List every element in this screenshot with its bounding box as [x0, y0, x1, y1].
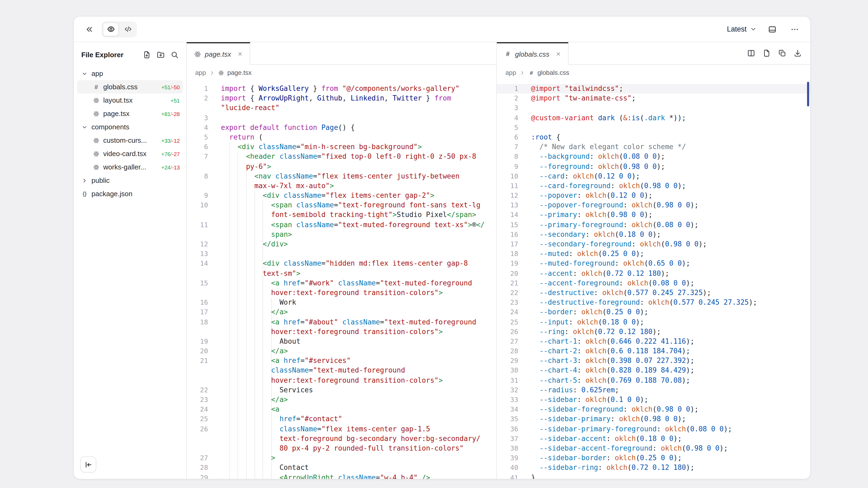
code-text	[518, 103, 531, 113]
toolbar-left	[81, 21, 137, 37]
search-files-button[interactable]	[170, 51, 179, 59]
code-line: 14 <div className="hidden md:flex items-…	[187, 259, 496, 269]
code-text: Contact	[208, 463, 309, 473]
breadcrumb-file[interactable]: page.tsx	[227, 69, 252, 76]
code-text: Work	[208, 298, 296, 307]
line-number: 5	[497, 123, 518, 133]
code-text: className="text-muted-foreground	[208, 366, 405, 376]
breadcrumb-file[interactable]: globals.css	[537, 69, 569, 76]
code-mode-button[interactable]	[120, 22, 136, 36]
folder-item-public[interactable]: public	[77, 174, 183, 187]
version-selector[interactable]: Latest	[726, 23, 758, 35]
tab-page-tsx[interactable]: page.tsx	[187, 42, 250, 65]
breadcrumb-app[interactable]: app	[195, 69, 206, 76]
code-text: /* New dark elegant color scheme */	[518, 142, 686, 152]
tab-label: globals.css	[515, 50, 550, 58]
download-file-button[interactable]	[794, 49, 802, 57]
line-number: 16	[497, 230, 518, 239]
code-line: hover:text-foreground transition-colors"…	[187, 327, 496, 336]
copy-icon	[778, 49, 786, 57]
close-tab-button[interactable]	[554, 50, 563, 58]
code-editor-page-tsx[interactable]: 1import { WorksGallery } from "@/compone…	[187, 81, 496, 479]
code-line: 4export default function Page() {	[187, 123, 496, 133]
react-icon	[194, 51, 201, 58]
file-item-video-card-tsx[interactable]: video-card.tsx+76/-27	[77, 147, 183, 160]
line-number: 2	[187, 94, 208, 103]
folder-closed-icon	[81, 177, 88, 184]
code-text: --chart-1: oklch(0.646 0.222 41.116);	[518, 337, 694, 346]
line-number: 22	[187, 385, 208, 395]
diff-badge: +24/-13	[158, 164, 180, 170]
folder-item-components[interactable]: components	[77, 120, 183, 134]
breadcrumb-app[interactable]: app	[505, 69, 516, 76]
code-text: --border: oklch(0.25 0 0);	[518, 307, 648, 317]
line-number	[187, 434, 208, 444]
diff-badge: +81/-28	[158, 110, 180, 117]
file-item-globals-css[interactable]: #globals.css+51/-50	[77, 80, 183, 94]
file-action-button[interactable]	[763, 49, 771, 57]
code-text: "lucide-react"	[208, 103, 279, 113]
copy-code-button[interactable]	[778, 49, 786, 57]
code-line: 22 Services	[187, 385, 496, 395]
version-label: Latest	[727, 25, 747, 33]
code-editor-globals-css[interactable]: 1@import "tailwindcss";2@import "tw-anim…	[497, 81, 810, 479]
code-text: <div className="min-h-screen bg-backgrou…	[208, 142, 422, 152]
chevron-right-icon	[519, 70, 525, 76]
code-text: }	[518, 473, 535, 479]
line-number: 28	[497, 346, 518, 356]
code-text: --popover-foreground: oklch(0.98 0 0);	[518, 201, 699, 210]
line-number: 18	[497, 249, 518, 259]
collapse-sidebar-button[interactable]	[81, 21, 97, 37]
code-text: font-semibold tracking-tight">Studio Pix…	[208, 210, 476, 220]
diff-badge: +51	[167, 97, 180, 103]
code-text: :root {	[518, 133, 560, 142]
tab-globals-css[interactable]: # globals.css	[497, 42, 569, 65]
code-icon	[124, 25, 132, 33]
line-number: 5	[187, 133, 208, 142]
file-item-package-json[interactable]: {}package.json	[77, 187, 183, 200]
ellipsis-icon	[790, 25, 799, 33]
code-text: --radius: 0.625rem;	[518, 385, 619, 395]
code-text: --destructive-foreground: oklch(0.577 0.…	[518, 298, 757, 307]
folder-item-app[interactable]: app	[77, 67, 183, 80]
eye-icon	[107, 25, 115, 33]
code-text: --card-foreground: oklch(0.98 0 0);	[518, 181, 686, 191]
code-text: py-6">	[208, 162, 271, 171]
code-line: text-sm">	[187, 269, 496, 278]
line-number: 21	[497, 279, 518, 288]
line-number: 27	[497, 337, 518, 346]
more-options-button[interactable]	[787, 21, 803, 37]
file-label: package.json	[91, 190, 180, 198]
code-text: --muted-foreground: oklch(0.65 0 0);	[518, 259, 690, 269]
file-explorer: File Explorer app#globals.css+51/-50la	[74, 42, 186, 479]
collapse-explorer-button[interactable]	[80, 456, 96, 473]
new-folder-button[interactable]	[157, 51, 165, 59]
code-line: span>	[187, 230, 496, 239]
file-item-works-galler[interactable]: works-galler...+24/-13	[77, 160, 183, 174]
line-number: 15	[497, 220, 518, 230]
scrollbar-thumb[interactable]	[807, 82, 809, 106]
code-text: --chart-4: oklch(0.828 0.189 84.429);	[518, 366, 694, 376]
toolbar: Latest	[74, 17, 810, 42]
file-item-layout-tsx[interactable]: layout.tsx+51	[77, 94, 183, 107]
code-text: <span className="text-muted-foreground t…	[208, 220, 485, 230]
code-line: 41}	[497, 473, 810, 479]
line-number: 3	[497, 103, 518, 113]
file-item-page-tsx[interactable]: page.tsx+81/-28	[77, 107, 183, 120]
line-number: 2	[497, 94, 518, 103]
split-editor-button[interactable]	[747, 49, 755, 57]
new-file-button[interactable]	[143, 51, 151, 59]
line-number: 10	[187, 201, 208, 210]
close-tab-button[interactable]	[236, 50, 244, 58]
file-item-custom-curs[interactable]: custom-curs...+33/-12	[77, 134, 183, 147]
code-text: @import "tailwindcss";	[518, 84, 623, 94]
code-text: --accent-foreground: oklch(0.08 0 0);	[518, 279, 694, 288]
code-text: <div className="hidden md:flex items-cen…	[208, 259, 468, 269]
line-number: 32	[497, 385, 518, 395]
preview-mode-button[interactable]	[103, 22, 119, 36]
code-line: 29 --chart-3: oklch(0.398 0.07 227.392);	[497, 356, 810, 366]
layout-panel-button[interactable]	[764, 21, 780, 37]
hash-icon: #	[93, 84, 99, 90]
line-number	[187, 181, 208, 191]
code-line: 33 --sidebar: oklch(0.1 0 0);	[497, 395, 810, 404]
